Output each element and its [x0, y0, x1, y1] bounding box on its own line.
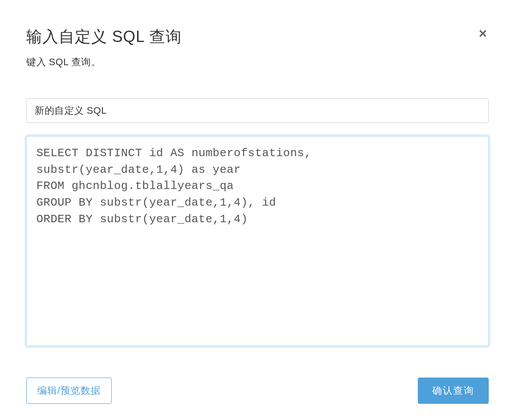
- confirm-query-button[interactable]: 确认查询: [418, 378, 489, 404]
- sql-query-textarea[interactable]: [26, 136, 489, 346]
- custom-sql-modal: 输入自定义 SQL 查询 × 键入 SQL 查询。 编辑/预览数据 确认查询: [26, 26, 489, 404]
- close-button[interactable]: ×: [477, 26, 489, 40]
- edit-preview-button[interactable]: 编辑/预览数据: [26, 378, 112, 404]
- sql-name-input[interactable]: [26, 98, 489, 123]
- input-section: [26, 98, 489, 348]
- modal-footer: 编辑/预览数据 确认查询: [26, 378, 489, 404]
- modal-title: 输入自定义 SQL 查询: [26, 26, 182, 48]
- modal-subtitle: 键入 SQL 查询。: [26, 56, 489, 69]
- modal-header: 输入自定义 SQL 查询 ×: [26, 26, 489, 48]
